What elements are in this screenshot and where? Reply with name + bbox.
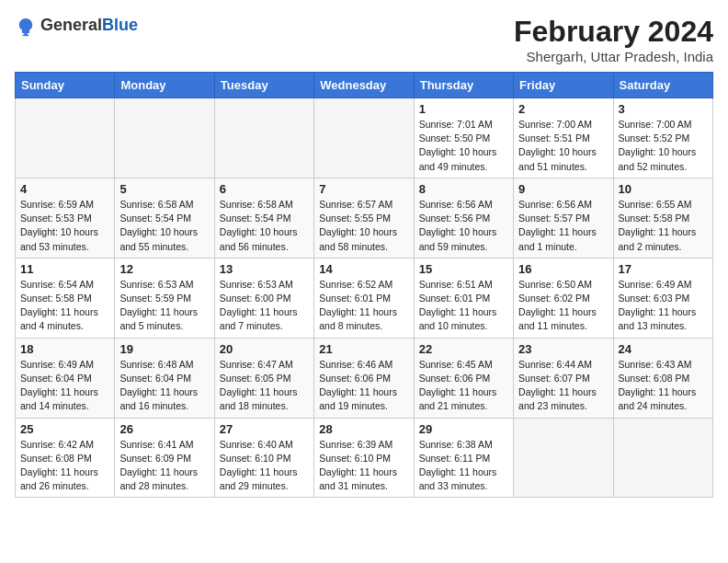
- day-number: 17: [619, 262, 708, 276]
- calendar-cell: [214, 98, 313, 178]
- day-number: 27: [220, 422, 309, 436]
- day-info: Sunrise: 6:57 AMSunset: 5:55 PMDaylight:…: [319, 198, 408, 254]
- day-info: Sunrise: 6:58 AMSunset: 5:54 PMDaylight:…: [220, 198, 309, 254]
- calendar-cell: 8Sunrise: 6:56 AMSunset: 5:56 PMDaylight…: [414, 178, 513, 258]
- column-header-thursday: Thursday: [414, 73, 513, 98]
- calendar-cell: 26Sunrise: 6:41 AMSunset: 6:09 PMDayligh…: [115, 418, 214, 498]
- day-info: Sunrise: 6:43 AMSunset: 6:08 PMDaylight:…: [619, 358, 708, 414]
- day-info: Sunrise: 6:51 AMSunset: 6:01 PMDaylight:…: [419, 278, 508, 334]
- column-header-tuesday: Tuesday: [214, 73, 313, 98]
- day-number: 4: [20, 182, 109, 196]
- calendar-cell: 12Sunrise: 6:53 AMSunset: 5:59 PMDayligh…: [115, 258, 214, 338]
- day-info: Sunrise: 6:45 AMSunset: 6:06 PMDaylight:…: [419, 358, 508, 414]
- day-number: 18: [20, 342, 109, 356]
- day-number: 12: [119, 262, 209, 276]
- calendar-cell: 25Sunrise: 6:42 AMSunset: 6:08 PMDayligh…: [16, 418, 115, 498]
- day-number: 6: [220, 182, 309, 196]
- day-number: 19: [119, 342, 209, 356]
- calendar-cell: 24Sunrise: 6:43 AMSunset: 6:08 PMDayligh…: [613, 338, 712, 418]
- day-number: 22: [419, 342, 508, 356]
- day-info: Sunrise: 6:44 AMSunset: 6:07 PMDaylight:…: [518, 358, 608, 414]
- calendar-cell: 16Sunrise: 6:50 AMSunset: 6:02 PMDayligh…: [514, 258, 613, 338]
- calendar-week-row: 4Sunrise: 6:59 AMSunset: 5:53 PMDaylight…: [16, 178, 713, 258]
- day-number: 14: [319, 262, 408, 276]
- calendar-cell: 2Sunrise: 7:00 AMSunset: 5:51 PMDaylight…: [514, 98, 613, 178]
- day-number: 21: [319, 342, 408, 356]
- calendar-cell: [115, 98, 214, 178]
- calendar-week-row: 25Sunrise: 6:42 AMSunset: 6:08 PMDayligh…: [16, 418, 713, 498]
- calendar-cell: 28Sunrise: 6:39 AMSunset: 6:10 PMDayligh…: [314, 418, 414, 498]
- day-info: Sunrise: 6:56 AMSunset: 5:56 PMDaylight:…: [419, 198, 508, 254]
- day-number: 26: [119, 422, 209, 436]
- logo-text: GeneralBlue: [40, 17, 138, 35]
- day-number: 13: [220, 262, 309, 276]
- day-info: Sunrise: 7:00 AMSunset: 5:51 PMDaylight:…: [518, 118, 608, 174]
- day-info: Sunrise: 6:49 AMSunset: 6:04 PMDaylight:…: [20, 358, 109, 414]
- calendar-cell: [16, 98, 115, 178]
- day-number: 11: [20, 262, 109, 276]
- calendar-cell: 6Sunrise: 6:58 AMSunset: 5:54 PMDaylight…: [214, 178, 313, 258]
- calendar-cell: 14Sunrise: 6:52 AMSunset: 6:01 PMDayligh…: [314, 258, 414, 338]
- day-info: Sunrise: 6:55 AMSunset: 5:58 PMDaylight:…: [619, 198, 708, 254]
- day-info: Sunrise: 6:39 AMSunset: 6:10 PMDaylight:…: [319, 438, 408, 494]
- day-number: 1: [419, 102, 508, 116]
- day-number: 7: [319, 182, 408, 196]
- calendar-cell: 9Sunrise: 6:56 AMSunset: 5:57 PMDaylight…: [514, 178, 613, 258]
- page-header: GeneralBlue February 2024 Shergarh, Utta…: [15, 15, 713, 64]
- day-info: Sunrise: 6:49 AMSunset: 6:03 PMDaylight:…: [619, 278, 708, 334]
- day-number: 3: [619, 102, 708, 116]
- calendar-cell: 23Sunrise: 6:44 AMSunset: 6:07 PMDayligh…: [514, 338, 613, 418]
- day-number: 8: [419, 182, 508, 196]
- day-number: 2: [518, 102, 608, 116]
- calendar-week-row: 1Sunrise: 7:01 AMSunset: 5:50 PMDaylight…: [16, 98, 713, 178]
- calendar-cell: 4Sunrise: 6:59 AMSunset: 5:53 PMDaylight…: [16, 178, 115, 258]
- day-info: Sunrise: 6:52 AMSunset: 6:01 PMDaylight:…: [319, 278, 408, 334]
- day-info: Sunrise: 6:47 AMSunset: 6:05 PMDaylight:…: [220, 358, 309, 414]
- calendar-cell: 19Sunrise: 6:48 AMSunset: 6:04 PMDayligh…: [115, 338, 214, 418]
- column-header-friday: Friday: [514, 73, 613, 98]
- calendar-week-row: 11Sunrise: 6:54 AMSunset: 5:58 PMDayligh…: [16, 258, 713, 338]
- day-info: Sunrise: 6:40 AMSunset: 6:10 PMDaylight:…: [220, 438, 309, 494]
- day-info: Sunrise: 6:59 AMSunset: 5:53 PMDaylight:…: [20, 198, 109, 254]
- day-info: Sunrise: 7:01 AMSunset: 5:50 PMDaylight:…: [419, 118, 508, 174]
- column-header-saturday: Saturday: [613, 73, 712, 98]
- calendar-cell: 21Sunrise: 6:46 AMSunset: 6:06 PMDayligh…: [314, 338, 414, 418]
- logo-blue: Blue: [102, 17, 138, 35]
- calendar-cell: 17Sunrise: 6:49 AMSunset: 6:03 PMDayligh…: [613, 258, 712, 338]
- calendar-header-row: SundayMondayTuesdayWednesdayThursdayFrid…: [16, 73, 713, 98]
- day-number: 15: [419, 262, 508, 276]
- day-number: 10: [619, 182, 708, 196]
- day-info: Sunrise: 6:53 AMSunset: 5:59 PMDaylight:…: [119, 278, 209, 334]
- day-info: Sunrise: 6:38 AMSunset: 6:11 PMDaylight:…: [419, 438, 508, 494]
- calendar-cell: 10Sunrise: 6:55 AMSunset: 5:58 PMDayligh…: [613, 178, 712, 258]
- day-info: Sunrise: 6:48 AMSunset: 6:04 PMDaylight:…: [119, 358, 209, 414]
- calendar-cell: 5Sunrise: 6:58 AMSunset: 5:54 PMDaylight…: [115, 178, 214, 258]
- logo: GeneralBlue: [15, 15, 138, 37]
- column-header-monday: Monday: [115, 73, 214, 98]
- location: Shergarh, Uttar Pradesh, India: [514, 49, 713, 64]
- title-block: February 2024 Shergarh, Uttar Pradesh, I…: [514, 15, 713, 64]
- column-header-sunday: Sunday: [16, 73, 115, 98]
- day-number: 28: [319, 422, 408, 436]
- day-info: Sunrise: 6:58 AMSunset: 5:54 PMDaylight:…: [119, 198, 209, 254]
- calendar-cell: 22Sunrise: 6:45 AMSunset: 6:06 PMDayligh…: [414, 338, 513, 418]
- day-number: 23: [518, 342, 608, 356]
- calendar-cell: [314, 98, 414, 178]
- calendar-cell: 29Sunrise: 6:38 AMSunset: 6:11 PMDayligh…: [414, 418, 513, 498]
- day-number: 5: [119, 182, 209, 196]
- day-info: Sunrise: 6:41 AMSunset: 6:09 PMDaylight:…: [119, 438, 209, 494]
- calendar-cell: 20Sunrise: 6:47 AMSunset: 6:05 PMDayligh…: [214, 338, 313, 418]
- calendar-cell: 15Sunrise: 6:51 AMSunset: 6:01 PMDayligh…: [414, 258, 513, 338]
- day-number: 29: [419, 422, 508, 436]
- day-number: 24: [619, 342, 708, 356]
- day-info: Sunrise: 6:53 AMSunset: 6:00 PMDaylight:…: [220, 278, 309, 334]
- calendar-cell: [514, 418, 613, 498]
- calendar-cell: 7Sunrise: 6:57 AMSunset: 5:55 PMDaylight…: [314, 178, 414, 258]
- day-info: Sunrise: 6:50 AMSunset: 6:02 PMDaylight:…: [518, 278, 608, 334]
- day-number: 16: [518, 262, 608, 276]
- month-year: February 2024: [514, 15, 713, 49]
- calendar-cell: 18Sunrise: 6:49 AMSunset: 6:04 PMDayligh…: [16, 338, 115, 418]
- calendar-cell: 13Sunrise: 6:53 AMSunset: 6:00 PMDayligh…: [214, 258, 313, 338]
- logo-general: General: [40, 17, 102, 35]
- day-info: Sunrise: 7:00 AMSunset: 5:52 PMDaylight:…: [619, 118, 708, 174]
